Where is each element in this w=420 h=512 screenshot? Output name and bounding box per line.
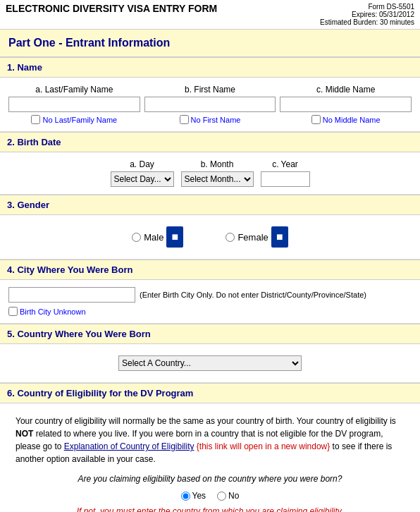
last-name-input[interactable] <box>8 97 140 112</box>
year-label: c. Year <box>272 159 298 169</box>
yes-label[interactable]: Yes <box>181 491 206 501</box>
birth-country-select[interactable]: Select A Country... <box>118 355 302 371</box>
claiming-question: Are you claiming eligibility based on th… <box>8 470 412 488</box>
yes-no-row: Yes No <box>8 488 412 504</box>
birth-city-unknown-checkbox[interactable] <box>8 307 18 316</box>
birth-city-note: (Enter Birth City Only. Do not enter Dis… <box>140 291 366 299</box>
yes-radio[interactable] <box>181 492 190 501</box>
female-radio[interactable] <box>226 233 235 242</box>
no-middle-name-check[interactable]: No Middle Name <box>311 115 381 124</box>
no-label[interactable]: No <box>217 491 239 501</box>
month-select[interactable]: Select Month... <box>181 171 254 187</box>
eligibility-link[interactable]: Explanation of Country of Eligibility <box>64 441 194 451</box>
year-input[interactable] <box>261 171 310 187</box>
section-birthdate-header: 2. Birth Date <box>0 132 420 152</box>
first-name-label: b. First Name <box>185 85 235 95</box>
form-number: Form DS-5501 <box>320 3 414 11</box>
middle-name-col: c. Middle Name No Middle Name <box>280 85 412 124</box>
section-birthdate-body: a. Day Select Day... b. Month Select Mon… <box>0 152 420 195</box>
day-label: a. Day <box>130 159 154 169</box>
yes-text: Yes <box>192 491 206 501</box>
day-col: a. Day Select Day... <box>111 159 174 187</box>
month-label: b. Month <box>201 159 234 169</box>
section-name-header: 1. Name <box>0 57 420 78</box>
birth-city-unknown-check[interactable]: Birth City Unknown <box>8 307 412 316</box>
section-birthcity-body: (Enter Birth City Only. Do not enter Dis… <box>0 280 420 324</box>
month-col: b. Month Select Month... <box>181 159 254 187</box>
form-title: ELECTRONIC DIVERSITY VISA ENTRY FORM <box>6 3 217 14</box>
section-birthcountry-header: 5. Country Where You Were Born <box>0 324 420 344</box>
male-label: Male <box>144 232 163 243</box>
no-middle-name-label: No Middle Name <box>323 116 381 124</box>
male-radio[interactable] <box>132 233 141 242</box>
header: ELECTRONIC DIVERSITY VISA ENTRY FORM For… <box>0 0 420 30</box>
no-text: No <box>228 491 239 501</box>
no-radio[interactable] <box>217 492 226 501</box>
last-name-label: a. Last/Family Name <box>35 85 113 95</box>
header-info: Form DS-5501 Expires: 05/31/2012 Estimat… <box>320 3 414 26</box>
section-name-body: a. Last/Family Name No Last/Family Name … <box>0 78 420 132</box>
if-not-text: If not, you must enter the country from … <box>8 504 412 512</box>
eligibility-not: NOT <box>16 429 33 439</box>
no-last-name-label: No Last/Family Name <box>42 116 117 124</box>
no-last-name-check[interactable]: No Last/Family Name <box>31 115 117 124</box>
day-select[interactable]: Select Day... <box>111 171 174 187</box>
section-eligibility-body: Your country of eligibility will normall… <box>0 403 420 512</box>
male-option: Male ■ <box>132 226 183 248</box>
section-gender-body: Male ■ Female ■ <box>0 215 420 260</box>
birth-city-unknown-label: Birth City Unknown <box>20 307 86 316</box>
female-icon: ■ <box>271 226 288 248</box>
no-middle-name-checkbox[interactable] <box>311 115 321 124</box>
section-birthcountry-body: Select A Country... <box>0 344 420 383</box>
section-gender-header: 3. Gender <box>0 195 420 215</box>
female-option: Female ■ <box>226 226 288 248</box>
female-label: Female <box>237 232 268 243</box>
expires: Expires: 05/31/2012 <box>320 11 414 18</box>
section-eligibility-header: 6. Country of Eligibility for the DV Pro… <box>0 383 420 403</box>
birth-city-input[interactable] <box>8 287 135 303</box>
eligibility-text-part1: Your country of eligibility will normall… <box>16 416 396 426</box>
middle-name-input[interactable] <box>280 97 412 112</box>
male-icon: ■ <box>166 226 183 248</box>
section-birthcity-header: 4. City Where You Were Born <box>0 260 420 280</box>
eligibility-red-text: {this link will open in a new window} <box>197 441 330 451</box>
burden: Estimated Burden: 30 minutes <box>320 18 414 26</box>
no-first-name-check[interactable]: No First Name <box>180 115 241 124</box>
middle-name-label: c. Middle Name <box>316 85 375 95</box>
last-name-col: a. Last/Family Name No Last/Family Name <box>8 85 140 124</box>
no-last-name-checkbox[interactable] <box>31 115 40 124</box>
eligibility-text-block: Your country of eligibility will normall… <box>8 410 412 470</box>
page-title: Part One - Entrant Information <box>0 30 420 57</box>
first-name-input[interactable] <box>144 97 276 112</box>
year-col: c. Year <box>261 159 310 187</box>
no-first-name-label: No First Name <box>191 116 241 124</box>
first-name-col: b. First Name No First Name <box>144 85 276 124</box>
no-first-name-checkbox[interactable] <box>180 115 189 124</box>
